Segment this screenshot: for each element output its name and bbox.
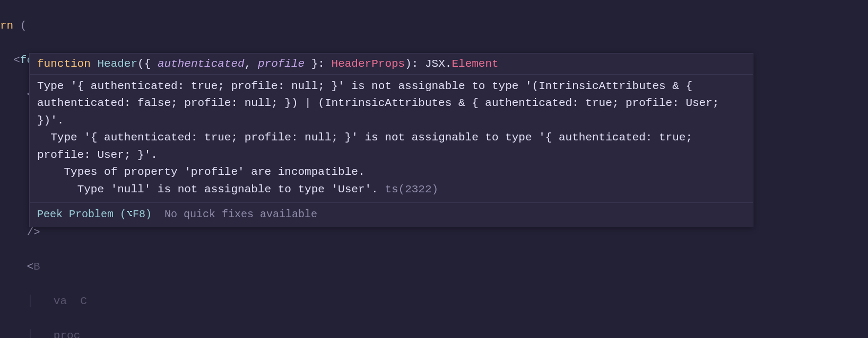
sig-function-name: Header (97, 58, 137, 70)
paren: ( (20, 20, 27, 32)
error-line-2: Type '{ authenticated: true; profile: nu… (37, 131, 699, 161)
error-line-1: Type '{ authenticated: true; profile: nu… (37, 80, 726, 127)
peek-problem-link[interactable]: Peek Problem (⌥F8) (37, 208, 152, 220)
angle-open: < (13, 54, 20, 66)
hover-error-message: Type '{ authenticated: true; profile: nu… (30, 75, 753, 203)
sig-punct: }: (305, 58, 331, 70)
ts-error-code: ts(2322) (385, 183, 438, 195)
self-close: /> (27, 226, 40, 238)
component-b: B (33, 261, 40, 273)
error-line-3: Types of property 'profile' are incompat… (37, 166, 365, 178)
sig-keyword: function (37, 58, 91, 70)
hover-signature: function Header({ authenticated, profile… (30, 54, 753, 75)
attr: va (54, 295, 67, 307)
error-line-4: Type 'null' is not assignable to type 'U… (37, 183, 385, 195)
sig-type-headerprops: HeaderProps (332, 58, 405, 70)
hover-tooltip[interactable]: function Header({ authenticated, profile… (29, 53, 753, 227)
angle-open: < (27, 261, 33, 273)
sig-namespace: JSX (425, 58, 445, 70)
sig-comma: , (245, 58, 258, 70)
sig-param-authenticated: authenticated (158, 58, 245, 70)
hover-footer: Peek Problem (⌥F8)No quick fixes availab… (30, 202, 753, 227)
sig-punct: ): (405, 58, 425, 70)
quickfix-status: No quick fixes available (164, 208, 317, 220)
attr: proc (54, 330, 80, 338)
sig-param-profile: profile (258, 58, 305, 70)
sig-type-element: Element (452, 58, 498, 70)
sig-dot: . (445, 58, 452, 70)
text: C (80, 295, 87, 307)
keyword: rn (0, 20, 13, 32)
sig-punct: ({ (137, 58, 158, 70)
